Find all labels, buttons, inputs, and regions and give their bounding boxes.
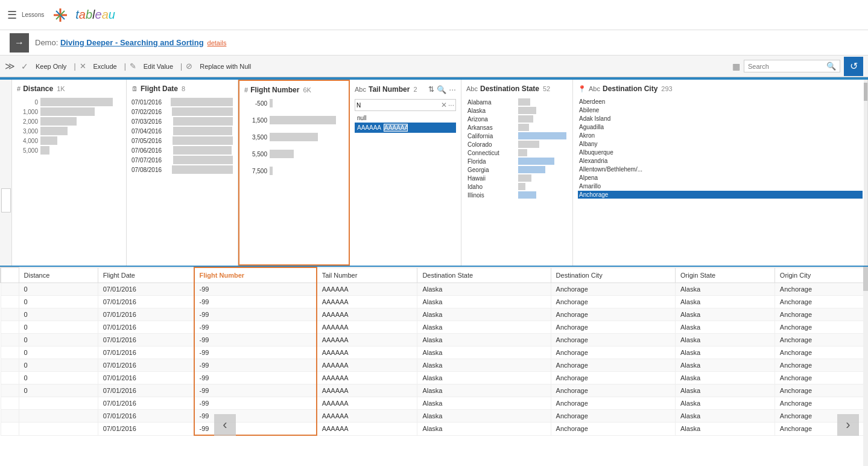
cell-origin-city-1: Anchorage: [775, 296, 867, 308]
city-albuquerque[interactable]: Albuquerque: [578, 148, 863, 156]
cell-dest-state-8: Alaska: [417, 385, 551, 397]
table-header-origin-city[interactable]: Origin City: [775, 267, 867, 283]
cell-origin-state-6: Alaska: [676, 359, 775, 372]
nav-next-button[interactable]: ›: [837, 414, 859, 436]
expand-icon[interactable]: ≫: [5, 60, 15, 72]
distance-bar-5: 5,000: [17, 146, 121, 155]
date-row-0: 07/01/2016: [131, 98, 233, 106]
lessons-label: Lessons: [22, 11, 44, 18]
state-item-arizona[interactable]: Arizona: [466, 115, 568, 123]
details-link[interactable]: details: [207, 39, 227, 46]
tail-filter-input[interactable]: [356, 102, 441, 109]
distance-card-title: Distance: [23, 85, 53, 93]
replace-null-button[interactable]: Replace with Null: [196, 62, 255, 71]
state-item-arkansas[interactable]: Arkansas: [466, 123, 568, 132]
hamburger-menu[interactable]: ☰: [7, 8, 17, 22]
row-num-1: [1, 296, 19, 308]
flight-number-card-title: Flight Number: [250, 86, 299, 94]
tail-item-aaaaaa[interactable]: AAAAAA: [355, 123, 456, 133]
cell-distance-0: 0: [19, 283, 98, 296]
tail-more-icon[interactable]: ···: [449, 85, 456, 94]
nav-prev-button[interactable]: ‹: [214, 414, 236, 436]
cell-distance-7: 0: [19, 372, 98, 385]
tail-filter-clear[interactable]: ✕: [441, 101, 447, 109]
cell-dest-state-11: Alaska: [417, 423, 551, 436]
cell-flight-number-1: -99: [194, 296, 317, 308]
state-item-alaska[interactable]: Alaska: [466, 106, 568, 115]
cell-origin-state-5: Alaska: [676, 346, 775, 359]
table-scrollbar[interactable]: [863, 267, 868, 466]
city-akron[interactable]: Akron: [578, 132, 863, 139]
city-allentown[interactable]: Allentown/Bethlehem/...: [578, 165, 863, 173]
date-row-5: 07/06/2016: [131, 146, 233, 155]
cell-dest-city-8: Anchorage: [551, 385, 675, 397]
city-adak[interactable]: Adak Island: [578, 115, 863, 123]
divider-3: |: [180, 62, 182, 71]
cell-flight-number-5: -99: [194, 346, 317, 359]
date-row-3: 07/04/2016: [131, 127, 233, 135]
table-header-tail-number[interactable]: Tail Number: [317, 267, 417, 283]
exclude-button[interactable]: Exclude: [90, 62, 121, 71]
table-header-distance[interactable]: Distance: [19, 267, 98, 283]
state-item-california[interactable]: California: [466, 132, 568, 140]
cell-origin-state-7: Alaska: [676, 372, 775, 385]
city-scrollbar-thumb[interactable]: [864, 83, 867, 101]
table-header-destination-state[interactable]: Destination State: [417, 267, 551, 283]
city-abilene[interactable]: Abilene: [578, 106, 863, 114]
row-num-11: [1, 423, 19, 436]
fn-row-2: 3,500: [244, 133, 344, 141]
distance-type-icon: #: [17, 85, 21, 92]
cell-dest-state-7: Alaska: [417, 372, 551, 385]
city-aguadilla[interactable]: Aguadilla: [578, 123, 863, 131]
dest-city-type-icon: Abc: [589, 85, 600, 92]
dest-city-card-title: Destination City: [603, 85, 657, 93]
nav-forward-button[interactable]: →: [10, 33, 29, 53]
table-header-flight-number[interactable]: Flight Number: [194, 267, 317, 283]
row-num-10: [1, 410, 19, 423]
state-item-georgia[interactable]: Georgia: [466, 165, 568, 174]
keep-only-button[interactable]: Keep Only: [32, 62, 70, 71]
city-anchorage[interactable]: Anchorage: [578, 191, 863, 199]
search-icon: 🔍: [826, 62, 836, 71]
edit-value-button[interactable]: Edit Value: [140, 62, 177, 71]
sort-icon[interactable]: ⇅: [428, 85, 434, 94]
city-alpena[interactable]: Alpena: [578, 174, 863, 182]
search-input[interactable]: [748, 63, 826, 70]
state-item-idaho[interactable]: Idaho: [466, 182, 568, 191]
cell-tail-number-5: AAAAAA: [317, 346, 417, 359]
cell-flight-number-3: -99: [194, 321, 317, 334]
breadcrumb-title[interactable]: Diving Deeper - Searching and Sorting: [60, 38, 204, 47]
state-item-hawaii[interactable]: Hawaii: [466, 174, 568, 182]
city-amarillo[interactable]: Amarillo: [578, 182, 863, 190]
cell-origin-city-2: Anchorage: [775, 308, 867, 321]
state-item-colorado[interactable]: Colorado: [466, 140, 568, 148]
table-row: 0 07/01/2016 -99 AAAAAA Alaska Anchorage…: [1, 334, 868, 346]
dest-state-card-title: Destination State: [480, 85, 539, 93]
table-header-flight-date[interactable]: Flight Date: [98, 267, 194, 283]
city-aberdeen[interactable]: Aberdeen: [578, 98, 863, 106]
city-scrollbar[interactable]: [864, 80, 867, 266]
divider-1: |: [74, 62, 75, 71]
tail-filter-more[interactable]: ···: [448, 101, 454, 109]
state-item-florida[interactable]: Florida: [466, 157, 568, 165]
cell-dest-city-7: Anchorage: [551, 372, 675, 385]
tail-search-icon[interactable]: 🔍: [437, 85, 446, 94]
city-albany[interactable]: Albany: [578, 140, 863, 148]
table-scrollbar-thumb[interactable]: [863, 267, 868, 291]
cell-distance-2: 0: [19, 308, 98, 321]
cell-origin-state-10: Alaska: [676, 410, 775, 423]
table-header-destination-city[interactable]: Destination City: [551, 267, 675, 283]
state-item-alabama[interactable]: Alabama: [466, 98, 568, 106]
tail-item-aaaaaa-input[interactable]: [384, 124, 408, 132]
state-item-illinois[interactable]: Illinois: [466, 191, 568, 199]
cell-dest-city-9: Anchorage: [551, 397, 675, 410]
flight-date-list: 07/01/2016 07/02/2016 07/03/2016 07/04/2…: [131, 98, 233, 174]
city-alexandria[interactable]: Alexandria: [578, 157, 863, 165]
state-item-connecticut[interactable]: Connecticut: [466, 148, 568, 157]
table-header-origin-state[interactable]: Origin State: [676, 267, 775, 283]
tail-item-null[interactable]: null: [355, 113, 456, 123]
refresh-button[interactable]: ↺: [844, 57, 863, 76]
toolbar: ≫ ✓ Keep Only | ✕ Exclude | ✎ Edit Value…: [0, 56, 868, 77]
cell-dest-state-4: Alaska: [417, 334, 551, 346]
cell-tail-number-6: AAAAAA: [317, 359, 417, 372]
